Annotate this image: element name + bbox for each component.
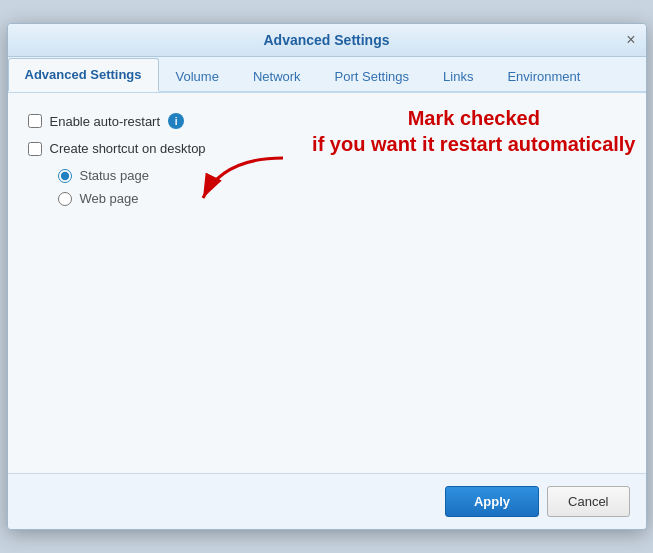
status-page-row: Status page (58, 168, 626, 183)
info-icon[interactable]: i (168, 113, 184, 129)
tabs-bar: Advanced Settings Volume Network Port Se… (8, 57, 646, 93)
tab-advanced-settings[interactable]: Advanced Settings (8, 58, 159, 92)
web-page-row: Web page (58, 191, 626, 206)
enable-auto-restart-label: Enable auto-restart (50, 114, 161, 129)
dialog-footer: Apply Cancel (8, 473, 646, 529)
radio-group: Status page Web page (58, 168, 626, 206)
web-page-radio[interactable] (58, 192, 72, 206)
tab-environment[interactable]: Environment (490, 60, 597, 92)
dialog-content: Enable auto-restart i Mark checked if yo… (8, 93, 646, 473)
create-shortcut-checkbox[interactable] (28, 142, 42, 156)
tab-network[interactable]: Network (236, 60, 318, 92)
enable-auto-restart-row: Enable auto-restart i (28, 113, 626, 129)
tab-links[interactable]: Links (426, 60, 490, 92)
apply-button[interactable]: Apply (445, 486, 539, 517)
tab-port-settings[interactable]: Port Settings (318, 60, 426, 92)
status-page-radio[interactable] (58, 169, 72, 183)
status-page-label: Status page (80, 168, 149, 183)
close-button[interactable]: × (626, 32, 635, 48)
tab-volume[interactable]: Volume (159, 60, 236, 92)
dialog-title: Advanced Settings (263, 32, 389, 48)
cancel-button[interactable]: Cancel (547, 486, 629, 517)
advanced-settings-dialog: Advanced Settings × Advanced Settings Vo… (7, 23, 647, 530)
create-shortcut-row: Create shortcut on desktop (28, 141, 626, 156)
dialog-title-bar: Advanced Settings × (8, 24, 646, 57)
create-shortcut-label: Create shortcut on desktop (50, 141, 206, 156)
enable-auto-restart-checkbox[interactable] (28, 114, 42, 128)
web-page-label: Web page (80, 191, 139, 206)
